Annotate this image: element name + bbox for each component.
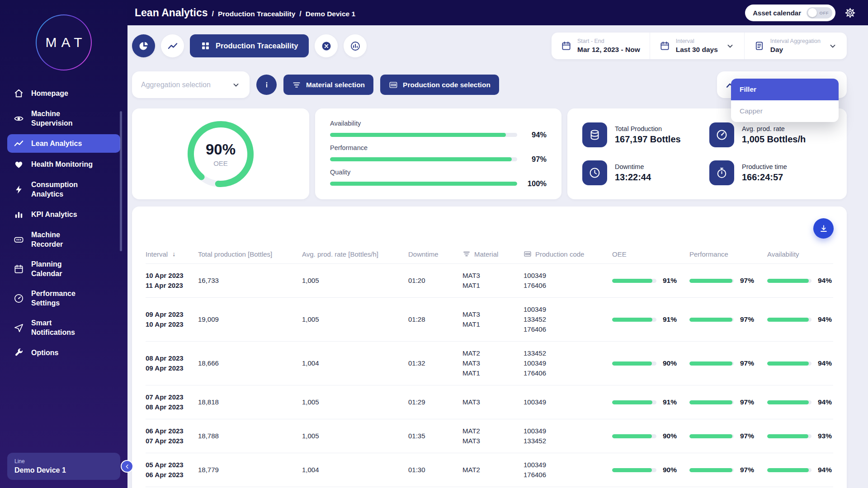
column-header-performance[interactable]: Performance bbox=[689, 250, 767, 258]
cell-material: MAT3MAT1 bbox=[462, 271, 524, 291]
date-range-value: Mar 12, 2023 - Now bbox=[577, 46, 640, 54]
breadcrumb-section[interactable]: Production Traceability bbox=[218, 10, 295, 18]
percent-bar-track bbox=[689, 400, 734, 404]
device-label: Line bbox=[14, 458, 113, 465]
download-icon bbox=[819, 224, 829, 234]
trend-view-button[interactable] bbox=[161, 34, 184, 57]
percent-bar-track bbox=[767, 468, 811, 472]
aggregation-select[interactable]: Aggregation selection bbox=[132, 71, 250, 98]
sidebar-item-lean-analytics[interactable]: Lean Analytics bbox=[7, 134, 120, 153]
sidebar-item-options[interactable]: Options bbox=[7, 343, 120, 362]
traceability-table-card: Interval↓Total production [Bottles]Avg. … bbox=[132, 206, 847, 488]
sidebar-scrollbar[interactable] bbox=[120, 111, 122, 251]
column-header-material[interactable]: Material bbox=[462, 250, 524, 258]
cell-total-production: 16,733 bbox=[198, 276, 302, 286]
percent-value: 97% bbox=[740, 465, 754, 475]
percent-value: 94% bbox=[818, 465, 832, 475]
chevron-down-icon bbox=[726, 42, 735, 51]
pie-icon bbox=[138, 41, 149, 52]
date-range-control[interactable]: Start - End Mar 12, 2023 - Now bbox=[552, 33, 650, 59]
wrench-icon bbox=[14, 347, 24, 358]
column-header-total-production-bottles[interactable]: Total production [Bottles] bbox=[198, 250, 302, 258]
kpi-bar-performance: Performance97% bbox=[330, 144, 547, 164]
cell-performance: 97% bbox=[689, 358, 767, 368]
download-button[interactable] bbox=[813, 218, 834, 239]
sidebar-collapse-button[interactable] bbox=[121, 460, 133, 473]
table-row[interactable]: 09 Apr 202310 Apr 202319,0091,00501:28MA… bbox=[146, 297, 833, 341]
percent-value: 94% bbox=[818, 314, 832, 324]
breadcrumb-root[interactable]: Lean Analytics bbox=[135, 7, 208, 19]
stat-productive-time: Productive time166:24:57 bbox=[709, 160, 832, 185]
cell-production-code: 100349176406 bbox=[524, 460, 612, 480]
column-header-avg-prod-rate-bottles-h[interactable]: Avg. prod. rate [Bottles/h] bbox=[302, 250, 408, 258]
cell-total-production: 18,666 bbox=[198, 358, 302, 368]
barcode-icon bbox=[389, 80, 398, 89]
header-right: Asset calendar OFF bbox=[745, 5, 856, 21]
stat-downtime: Downtime13:22:44 bbox=[582, 160, 705, 185]
sidebar-item-machine-recorder[interactable]: Machine Recorder bbox=[7, 226, 120, 253]
column-header-interval[interactable]: Interval↓ bbox=[146, 250, 198, 258]
stopwatch-icon bbox=[716, 167, 728, 179]
clear-selection-button[interactable] bbox=[315, 34, 338, 57]
percent-bar-track bbox=[689, 279, 734, 283]
sidebar-item-planning-calendar[interactable]: Planning Calendar bbox=[7, 255, 120, 282]
toggle-knob bbox=[808, 8, 817, 17]
material-selection-button[interactable]: Material selection bbox=[283, 75, 373, 95]
cell-avg-prod-rate: 1,005 bbox=[302, 276, 408, 286]
percent-bar-track bbox=[689, 434, 734, 438]
cell-availability: 94% bbox=[767, 397, 833, 407]
table-row[interactable]: 08 Apr 202309 Apr 202318,6661,00401:32MA… bbox=[146, 341, 833, 385]
calendar-icon bbox=[660, 41, 670, 51]
cell-total-production: 18,818 bbox=[198, 397, 302, 407]
table-row[interactable]: 05 Apr 202306 Apr 202318,7791,00401:30MA… bbox=[146, 453, 833, 487]
production-code-selection-button[interactable]: Production code selection bbox=[380, 75, 499, 95]
interval-control[interactable]: Interval Last 30 days bbox=[650, 33, 744, 59]
interval-aggregation-control[interactable]: Interval Aggregation Day bbox=[744, 33, 847, 59]
table-row[interactable]: 10 Apr 202311 Apr 202316,7331,00501:20MA… bbox=[146, 263, 833, 297]
cell-oee: 90% bbox=[612, 358, 689, 368]
percent-bar-track bbox=[767, 361, 811, 366]
sidebar-item-performance-settings[interactable]: Performance Settings bbox=[7, 285, 120, 312]
percent-bar-track bbox=[767, 400, 811, 404]
chevron-down-icon bbox=[828, 42, 837, 51]
column-label: Availability bbox=[767, 250, 799, 258]
info-button[interactable] bbox=[256, 75, 277, 95]
cell-downtime: 01:35 bbox=[408, 431, 462, 441]
column-header-oee[interactable]: OEE bbox=[612, 250, 689, 258]
filter-row: Aggregation selection Material selection… bbox=[132, 71, 847, 98]
dropdown-option-filler[interactable]: Filler bbox=[731, 79, 839, 100]
sidebar-item-machine-supervision[interactable]: Machine Supervision bbox=[7, 105, 120, 132]
grid-icon bbox=[201, 41, 210, 51]
chartCircle-icon bbox=[350, 41, 361, 52]
sidebar-item-smart-notifications[interactable]: Smart Notifications bbox=[7, 314, 120, 341]
column-header-availability[interactable]: Availability bbox=[767, 250, 833, 258]
production-traceability-button[interactable]: Production Traceability bbox=[190, 34, 309, 57]
device-card[interactable]: Line Demo Device 1 bbox=[7, 453, 120, 480]
report-view-button[interactable] bbox=[344, 34, 367, 57]
kpi-bar-quality: Quality100% bbox=[330, 169, 547, 188]
table-row[interactable]: 07 Apr 202308 Apr 202318,8181,00501:29MA… bbox=[146, 385, 833, 419]
cell-production-code: 133452100349176406 bbox=[524, 348, 612, 378]
breadcrumb: Lean Analytics / Production Traceability… bbox=[135, 7, 355, 19]
interval-aggregation-value: Day bbox=[770, 46, 821, 54]
column-header-production-code[interactable]: Production code bbox=[524, 250, 612, 258]
table-row[interactable]: 06 Apr 202307 Apr 202318,7881,00501:35MA… bbox=[146, 419, 833, 453]
breadcrumb-device[interactable]: Demo Device 1 bbox=[306, 10, 355, 18]
gear-icon[interactable] bbox=[844, 7, 856, 19]
stat-value: 166:24:57 bbox=[742, 172, 787, 183]
sidebar-item-health-monitoring[interactable]: Health Monitoring bbox=[7, 155, 120, 174]
column-header-downtime[interactable]: Downtime bbox=[408, 250, 462, 258]
sidebar-item-kpi-analytics[interactable]: KPI Analytics bbox=[7, 205, 120, 224]
asset-calendar-toggle[interactable]: OFF bbox=[807, 7, 832, 19]
percent-value: 90% bbox=[663, 465, 677, 475]
sidebar-item-homepage[interactable]: Homepage bbox=[7, 84, 120, 103]
kpi-bar-track bbox=[330, 133, 517, 137]
cell-performance: 97% bbox=[689, 314, 767, 324]
pie-chart-view-button[interactable] bbox=[132, 34, 155, 57]
calendar-icon bbox=[14, 264, 24, 274]
dropdown-option-capper[interactable]: Capper bbox=[731, 100, 839, 122]
cell-material: MAT2MAT3MAT1 bbox=[462, 348, 524, 378]
sidebar-item-consumption-analytics[interactable]: Consumption Analytics bbox=[7, 176, 120, 203]
oee-gauge: 90% OEE bbox=[182, 115, 259, 193]
cell-downtime: 01:32 bbox=[408, 358, 462, 368]
